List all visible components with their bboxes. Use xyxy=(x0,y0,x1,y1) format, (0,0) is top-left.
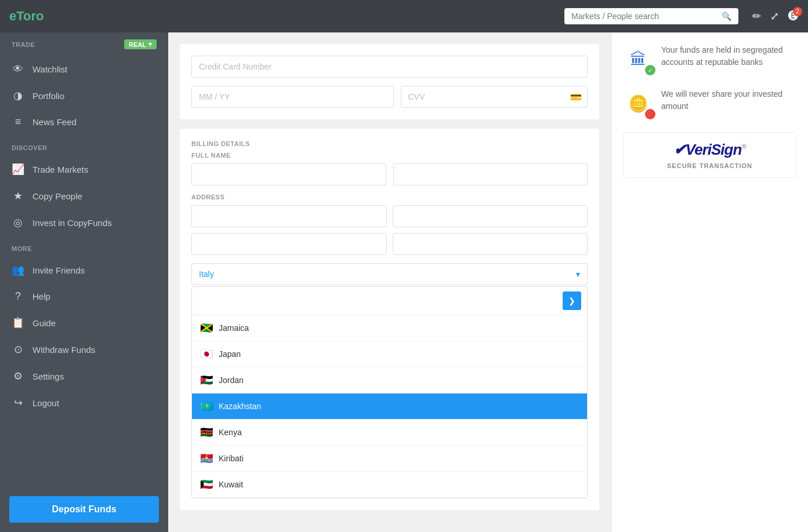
sidebar-item-guide[interactable]: 📋 Guide xyxy=(0,309,168,336)
address-label: ADDRESS xyxy=(191,194,588,201)
sidebar-item-label: Logout xyxy=(32,398,59,408)
search-input[interactable] xyxy=(571,12,722,21)
sidebar-item-label: Invite Friends xyxy=(32,265,85,275)
copy-people-icon: ★ xyxy=(12,190,24,202)
expiry-cvv-row: 💳 xyxy=(191,86,588,108)
share-icon-button[interactable]: ⤢ xyxy=(770,10,779,23)
check-overlay-icon: ✓ xyxy=(645,65,655,75)
billing-details-section: BILLING DETAILS FULL NAME ADDRESS xyxy=(180,129,599,510)
sidebar: TRADE REAL ▾ 👁 Watchlist ◑ Portfolio ≡ N… xyxy=(0,32,168,532)
country-select[interactable]: Italy ▾ xyxy=(191,263,588,285)
list-item[interactable]: 🇰🇼 Kuwait xyxy=(192,472,587,498)
sidebar-item-withdraw-funds[interactable]: ⊙ Withdraw Funds xyxy=(0,336,168,363)
sidebar-item-invite-friends[interactable]: 👥 Invite Friends xyxy=(0,257,168,283)
sidebar-item-label: Watchlist xyxy=(32,64,67,74)
sidebar-item-watchlist[interactable]: 👁 Watchlist xyxy=(0,56,168,82)
help-icon: ? xyxy=(12,290,24,303)
sidebar-item-label: Invest in CopyFunds xyxy=(32,218,112,228)
address-grid-1 xyxy=(191,205,588,227)
security-item-privacy: 🪙 🚫 We will never share your invested am… xyxy=(623,88,796,118)
portfolio-icon: ◑ xyxy=(12,89,24,102)
sidebar-item-logout[interactable]: ↪ Logout xyxy=(0,389,168,416)
full-name-row xyxy=(191,163,588,185)
header: eToro 🔍 ✏ ⤢ 🅔 2 xyxy=(0,0,808,32)
billing-label: BILLING DETAILS xyxy=(191,140,588,147)
flag-kenya: 🇰🇪 xyxy=(200,426,213,439)
credit-card-number-input[interactable] xyxy=(191,56,588,78)
trade-label: TRADE xyxy=(12,41,35,48)
city-input[interactable] xyxy=(191,233,387,255)
list-item[interactable]: 🇯🇴 Jordan xyxy=(192,367,587,393)
country-search-input[interactable] xyxy=(198,296,558,305)
postal-input[interactable] xyxy=(393,233,588,255)
more-section-label: MORE xyxy=(0,236,168,257)
country-name: Japan xyxy=(219,349,241,359)
sidebar-item-label: Help xyxy=(32,291,50,301)
withdraw-funds-icon: ⊙ xyxy=(12,343,24,356)
sidebar-item-invest-copyfunds[interactable]: ◎ Invest in CopyFunds xyxy=(0,209,168,236)
verisign-section: ✔VeriSign® SECURE TRANSACTION xyxy=(623,132,796,178)
country-dropdown: ❯ 🇯🇲 Jamaica 🇯🇵 Japan 🇯🇴 Jordan xyxy=(191,286,588,498)
invest-copyfunds-icon: ◎ xyxy=(12,216,24,229)
trade-section-header: TRADE REAL ▾ xyxy=(0,32,168,56)
form-panel: 💳 BILLING DETAILS FULL NAME ADDRESS xyxy=(168,32,611,532)
guide-icon: 📋 xyxy=(12,316,24,329)
sidebar-item-trade-markets[interactable]: 📈 Trade Markets xyxy=(0,156,168,183)
verisign-logo: ✔VeriSign® xyxy=(632,141,788,159)
search-bar: 🔍 xyxy=(564,8,738,24)
deposit-funds-button[interactable]: Deposit Funds xyxy=(9,496,159,523)
bank-security-text: Your funds are held in segregated accoun… xyxy=(661,44,796,68)
cvv-icon: 💳 xyxy=(570,92,582,103)
country-name: Jordan xyxy=(219,376,244,385)
list-item-selected[interactable]: 🇰🇿 Kazakhstan xyxy=(192,393,587,420)
sidebar-item-settings[interactable]: ⚙ Settings xyxy=(0,363,168,389)
country-name: Kuwait xyxy=(219,480,243,489)
address-grid-2 xyxy=(191,233,588,255)
last-name-input[interactable] xyxy=(393,163,588,185)
flag-kiribati: 🇰🇮 xyxy=(200,452,213,465)
list-item[interactable]: 🇯🇵 Japan xyxy=(192,341,587,367)
list-item[interactable]: 🇯🇲 Jamaica xyxy=(192,315,587,341)
list-item[interactable]: 🇰🇮 Kiribati xyxy=(192,446,587,472)
sidebar-item-portfolio[interactable]: ◑ Portfolio xyxy=(0,82,168,109)
logout-icon: ↪ xyxy=(12,396,24,409)
discover-section-label: DISCOVER xyxy=(0,135,168,156)
notification-badge: 2 xyxy=(793,7,802,16)
credit-card-section: 💳 xyxy=(180,44,599,119)
content-area: 💳 BILLING DETAILS FULL NAME ADDRESS xyxy=(168,32,808,532)
watchlist-icon: 👁 xyxy=(12,63,24,75)
sidebar-item-label: Copy People xyxy=(32,191,82,201)
logo: eToro xyxy=(9,9,44,24)
no-share-icon: 🚫 xyxy=(645,109,655,119)
cvv-input[interactable] xyxy=(401,86,588,108)
sidebar-item-copy-people[interactable]: ★ Copy People xyxy=(0,183,168,209)
search-icon: 🔍 xyxy=(722,12,731,21)
real-mode-badge[interactable]: REAL ▾ xyxy=(124,39,157,49)
country-search-row: ❯ xyxy=(192,287,587,315)
flag-japan: 🇯🇵 xyxy=(200,348,213,360)
edit-icon-button[interactable]: ✏ xyxy=(752,10,761,23)
sidebar-item-news-feed[interactable]: ≡ News Feed xyxy=(0,109,168,135)
sidebar-item-label: Settings xyxy=(32,371,64,381)
list-item[interactable]: 🇰🇪 Kenya xyxy=(192,420,587,446)
cvv-wrapper: 💳 xyxy=(401,86,588,108)
notifications-button[interactable]: 🅔 2 xyxy=(788,10,799,23)
country-name: Jamaica xyxy=(219,323,249,333)
coins-security-icon: 🪙 🚫 xyxy=(623,88,653,118)
address-line1-input[interactable] xyxy=(191,205,387,227)
flag-kazakhstan: 🇰🇿 xyxy=(200,400,213,413)
sidebar-item-label: Trade Markets xyxy=(32,165,88,174)
sidebar-item-help[interactable]: ? Help xyxy=(0,283,168,309)
country-name: Kazakhstan xyxy=(219,402,261,411)
country-name: Kiribati xyxy=(219,454,244,463)
sidebar-item-label: News Feed xyxy=(32,117,77,127)
flag-kuwait: 🇰🇼 xyxy=(200,478,213,491)
credit-card-group xyxy=(191,56,588,78)
country-next-button[interactable]: ❯ xyxy=(563,291,581,310)
sidebar-item-label: Guide xyxy=(32,318,56,328)
main-layout: TRADE REAL ▾ 👁 Watchlist ◑ Portfolio ≡ N… xyxy=(0,32,808,532)
first-name-input[interactable] xyxy=(191,163,386,185)
address-line2-input[interactable] xyxy=(393,205,588,227)
expiry-input[interactable] xyxy=(191,86,394,108)
bank-security-icon: 🏛 ✓ xyxy=(623,44,653,74)
